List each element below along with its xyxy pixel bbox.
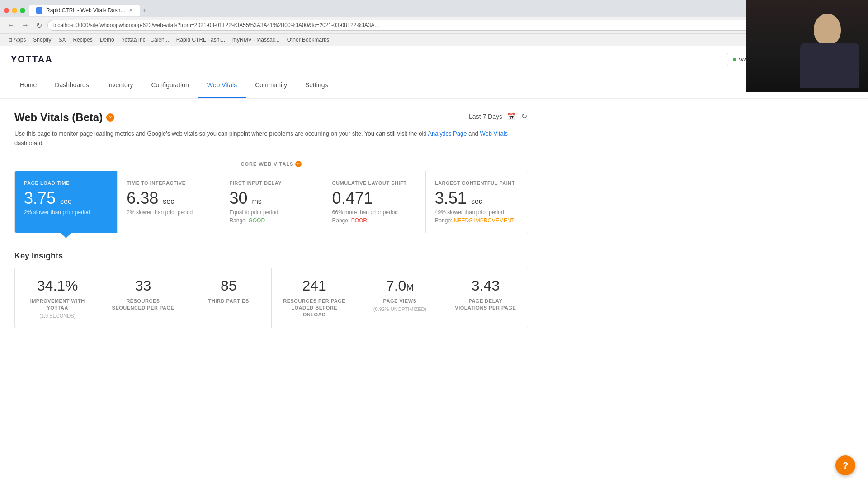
insight-label-yottaa: IMPROVEMENT WITH YOTTAA bbox=[24, 298, 91, 312]
traffic-lights bbox=[4, 8, 25, 13]
metric-card-page-load[interactable]: PAGE LOAD TIME 3.75 sec 2% slower than p… bbox=[14, 171, 118, 233]
bookmark-rapid-ctrl[interactable]: Rapid CTRL - ashi... bbox=[174, 36, 228, 44]
bookmark-recipes[interactable]: Recipes bbox=[70, 36, 95, 44]
tab-favicon bbox=[36, 7, 42, 14]
bookmark-other[interactable]: Other Bookmarks bbox=[284, 36, 332, 44]
metric-card-cls[interactable]: CUMULATIVE LAYOUT SHIFT 0.471 66% more t… bbox=[323, 171, 426, 233]
forward-button[interactable]: → bbox=[20, 20, 31, 30]
insight-label-third-parties: THIRD PARTIES bbox=[195, 298, 262, 305]
metric-value-cls: 0.471 bbox=[332, 190, 416, 206]
insight-value-page-delay: 3.43 bbox=[452, 277, 519, 294]
metric-label-lcp: LARGEST CONTENTFUL PAINT bbox=[435, 180, 519, 186]
metric-card-lcp[interactable]: LARGEST CONTENTFUL PAINT 3.51 sec 49% sl… bbox=[425, 171, 528, 233]
metric-label-tti: TIME TO INTERACTIVE bbox=[127, 180, 211, 186]
insight-sublabel-yottaa: (1.9 SECONDS) bbox=[24, 313, 91, 319]
bookmark-myrmv[interactable]: myRMV - Massac... bbox=[230, 36, 283, 44]
metric-value-fid: 30 ms bbox=[229, 190, 313, 206]
cwv-right-line bbox=[307, 164, 528, 164]
insight-value-page-views: 7.0M bbox=[366, 277, 433, 294]
insights-title: Key Insights bbox=[14, 251, 528, 261]
nav-inventory[interactable]: Inventory bbox=[98, 73, 142, 98]
metric-card-fid[interactable]: FIRST INPUT DELAY 30 ms Equal to prior p… bbox=[220, 171, 323, 233]
insights-row: 34.1% IMPROVEMENT WITH YOTTAA (1.9 SECON… bbox=[14, 268, 528, 328]
nav-dashboards[interactable]: Dashboards bbox=[46, 73, 98, 98]
page-header: Web Vitals (Beta) ? Last 7 Days 📅 ↻ bbox=[14, 111, 528, 124]
cwv-help-icon[interactable]: ? bbox=[295, 161, 302, 167]
metric-value-page-load: 3.75 sec bbox=[24, 190, 108, 206]
insight-page-delay[interactable]: 3.43 PAGE DELAY VIOLATIONS PER PAGE bbox=[443, 268, 528, 328]
refresh-data-icon[interactable]: ↻ bbox=[520, 111, 528, 122]
maximize-button[interactable] bbox=[20, 8, 25, 13]
bookmark-bar: ⊞ Apps Shopify SX Recipes Demo Yottaa In… bbox=[0, 33, 868, 46]
metric-comparison-fid: Equal to prior period bbox=[229, 209, 313, 216]
insight-value-resources-onload: 241 bbox=[281, 277, 348, 294]
bookmark-sx[interactable]: SX bbox=[56, 36, 68, 44]
metric-range-cls: Range: POOR bbox=[332, 217, 416, 224]
active-tab[interactable]: Rapid CTRL - Web Vitals Dash... ✕ bbox=[29, 5, 140, 16]
insight-value-resources-seq: 33 bbox=[109, 277, 176, 294]
bookmark-apps[interactable]: ⊞ Apps bbox=[5, 36, 28, 44]
tab-close-icon[interactable]: ✕ bbox=[129, 8, 133, 14]
metric-comparison-page-load: 2% slower than prior period bbox=[24, 209, 108, 216]
insight-resources-seq[interactable]: 33 RESOURCES SEQUENCED PER PAGE bbox=[100, 268, 186, 328]
insight-label-resources-onload: RESOURCES PER PAGE LOADED BEFORE ONLOAD bbox=[281, 298, 348, 319]
insight-sublabel-page-views: (0.92% UNOPTIMIZED) bbox=[366, 306, 433, 312]
insight-resources-onload[interactable]: 241 RESOURCES PER PAGE LOADED BEFORE ONL… bbox=[271, 268, 357, 328]
insight-value-third-parties: 85 bbox=[195, 277, 262, 294]
analytics-page-link[interactable]: Analytics Page bbox=[428, 130, 467, 137]
main-nav: Home Dashboards Inventory Configuration … bbox=[0, 73, 868, 99]
nav-configuration[interactable]: Configuration bbox=[142, 73, 198, 98]
insight-value-yottaa: 34.1% bbox=[24, 277, 91, 294]
minimize-button[interactable] bbox=[12, 8, 17, 13]
bookmark-shopify[interactable]: Shopify bbox=[30, 36, 54, 44]
person-body bbox=[800, 43, 859, 88]
insight-label-resources-seq: RESOURCES SEQUENCED PER PAGE bbox=[109, 298, 176, 312]
nav-settings[interactable]: Settings bbox=[296, 73, 337, 98]
metric-value-tti: 6.38 sec bbox=[127, 190, 211, 206]
cwv-label: CORE WEB VITALS ? bbox=[236, 161, 307, 167]
date-selector[interactable]: Last 7 Days 📅 ↻ bbox=[469, 111, 528, 122]
page-title: Web Vitals (Beta) bbox=[14, 111, 103, 124]
close-button[interactable] bbox=[4, 8, 9, 13]
nav-community[interactable]: Community bbox=[246, 73, 296, 98]
metric-comparison-tti: 2% slower than prior period bbox=[127, 209, 211, 216]
new-tab-button[interactable]: + bbox=[140, 4, 150, 17]
nav-home[interactable]: Home bbox=[11, 73, 46, 98]
insight-label-page-views: PAGE VIEWS bbox=[366, 298, 433, 305]
app-logo: YOTTAA bbox=[11, 54, 53, 65]
tab-title: Rapid CTRL - Web Vitals Dash... bbox=[46, 7, 125, 14]
back-button[interactable]: ← bbox=[5, 20, 16, 30]
insight-label-page-delay: PAGE DELAY VIOLATIONS PER PAGE bbox=[452, 298, 519, 312]
address-bar: ← → ↻ localhost:3000/site/whooopwhoooop-… bbox=[0, 17, 868, 33]
bookmark-yottaa-cal[interactable]: Yottaa Inc - Calen... bbox=[119, 36, 172, 44]
metric-label-cls: CUMULATIVE LAYOUT SHIFT bbox=[332, 180, 416, 186]
web-vitals-link[interactable]: Web Vitals bbox=[480, 130, 508, 137]
refresh-button[interactable]: ↻ bbox=[34, 20, 44, 31]
app-header: YOTTAA www.whooooopwhoooop.com ▾ S ▾ bbox=[0, 46, 868, 73]
site-status-dot bbox=[733, 58, 736, 61]
metric-comparison-lcp: 49% slower than prior period bbox=[435, 209, 519, 216]
insight-page-views[interactable]: 7.0M PAGE VIEWS (0.92% UNOPTIMIZED) bbox=[357, 268, 443, 328]
page-description: Use this page to monitor page loading me… bbox=[14, 129, 528, 148]
calendar-icon[interactable]: 📅 bbox=[506, 111, 517, 122]
date-range-label: Last 7 Days bbox=[469, 113, 502, 120]
browser-chrome: Rapid CTRL - Web Vitals Dash... ✕ + ← → … bbox=[0, 0, 868, 46]
page-help-icon[interactable]: ? bbox=[106, 113, 114, 122]
metric-comparison-cls: 66% more than prior period bbox=[332, 209, 416, 216]
insight-third-parties[interactable]: 85 THIRD PARTIES bbox=[186, 268, 272, 328]
insight-yottaa[interactable]: 34.1% IMPROVEMENT WITH YOTTAA (1.9 SECON… bbox=[14, 268, 100, 328]
metric-label-fid: FIRST INPUT DELAY bbox=[229, 180, 313, 186]
webcam-feed bbox=[746, 0, 868, 92]
range-value-lcp: NEEDS IMPROVEMENT bbox=[454, 217, 514, 224]
person-head bbox=[814, 14, 841, 45]
metric-card-tti[interactable]: TIME TO INTERACTIVE 6.38 sec 2% slower t… bbox=[117, 171, 220, 233]
cwv-section: CORE WEB VITALS ? PAGE LOAD TIME 3.75 se… bbox=[14, 161, 528, 233]
cwv-left-line bbox=[14, 164, 236, 164]
nav-web-vitals[interactable]: Web Vitals bbox=[198, 73, 246, 98]
main-content: Web Vitals (Beta) ? Last 7 Days 📅 ↻ Use … bbox=[0, 99, 542, 341]
metric-range-lcp: Range: NEEDS IMPROVEMENT bbox=[435, 217, 519, 224]
bookmark-demo[interactable]: Demo bbox=[97, 36, 117, 44]
url-field[interactable]: localhost:3000/site/whooopwhoooop-623/we… bbox=[47, 20, 863, 31]
tab-bar: Rapid CTRL - Web Vitals Dash... ✕ + bbox=[0, 0, 868, 17]
range-value-cls: POOR bbox=[351, 217, 367, 224]
